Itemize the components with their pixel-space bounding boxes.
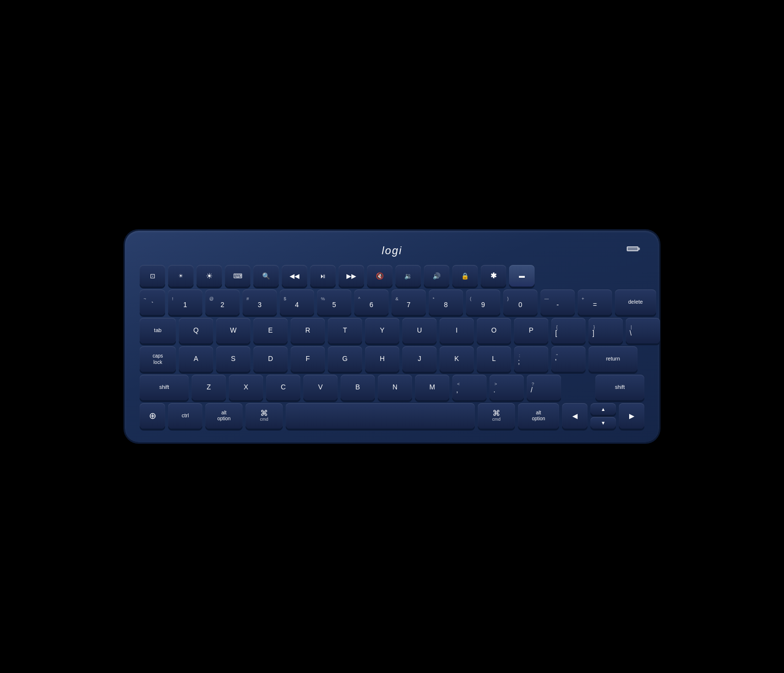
arrow-up-icon: ▲: [601, 407, 606, 412]
key-cmd-right[interactable]: ⌘ cmd: [478, 403, 515, 429]
key-w[interactable]: W: [216, 318, 250, 343]
key-delete[interactable]: delete: [615, 289, 656, 315]
percent: %: [321, 297, 325, 301]
char-u: U: [417, 327, 422, 334]
key-equals[interactable]: + =: [578, 289, 612, 315]
key-minus[interactable]: — -: [540, 289, 575, 315]
key-home[interactable]: ⊡: [140, 265, 165, 287]
key-4[interactable]: $ 4: [280, 289, 314, 315]
key-p[interactable]: P: [514, 318, 548, 343]
bottom-row: ⊕ ctrl alt option ⌘ cmd ⌘ cmd: [140, 403, 644, 429]
key-keyboard[interactable]: ⌨: [225, 265, 250, 287]
num-4: 4: [295, 301, 299, 308]
key-brightness-up[interactable]: ☀: [196, 265, 222, 287]
key-tab[interactable]: tab: [140, 318, 176, 343]
key-m[interactable]: M: [415, 375, 449, 400]
key-b[interactable]: B: [341, 375, 375, 400]
key-mute[interactable]: 🔇: [367, 265, 392, 287]
key-d[interactable]: D: [253, 346, 288, 372]
key-backslash[interactable]: | \: [626, 318, 660, 343]
key-x[interactable]: X: [229, 375, 263, 400]
key-play-pause[interactable]: ⏯: [310, 265, 336, 287]
shift-left-label: shift: [159, 384, 169, 390]
key-globe[interactable]: ⊕: [140, 403, 165, 429]
key-o[interactable]: O: [477, 318, 511, 343]
key-caps-lock[interactable]: caps lock: [140, 346, 176, 372]
key-c[interactable]: C: [266, 375, 300, 400]
key-vol-up[interactable]: 🔊: [424, 265, 449, 287]
globe-icon: ⊕: [149, 410, 156, 421]
key-n[interactable]: N: [378, 375, 412, 400]
key-arrow-right[interactable]: ▶: [619, 403, 644, 429]
delete-label: delete: [628, 299, 643, 305]
char-t: T: [343, 327, 347, 334]
key-s[interactable]: S: [216, 346, 250, 372]
key-g[interactable]: G: [328, 346, 362, 372]
key-0[interactable]: ) 0: [503, 289, 538, 315]
key-vol-down[interactable]: 🔉: [395, 265, 421, 287]
key-rewind[interactable]: ◀◀: [282, 265, 307, 287]
key-close-bracket[interactable]: } ]: [588, 318, 623, 343]
key-u[interactable]: U: [402, 318, 437, 343]
caret: ^: [358, 297, 360, 301]
key-2[interactable]: @ 2: [205, 289, 240, 315]
key-i[interactable]: I: [440, 318, 474, 343]
key-lock[interactable]: 🔒: [452, 265, 478, 287]
bluetooth-icon: ✱: [490, 271, 497, 280]
key-shift-right[interactable]: shift: [595, 375, 644, 400]
key-7[interactable]: & 7: [392, 289, 426, 315]
key-f[interactable]: F: [291, 346, 325, 372]
key-q[interactable]: Q: [179, 318, 213, 343]
char-l: L: [492, 355, 496, 362]
key-e[interactable]: E: [253, 318, 288, 343]
key-ctrl[interactable]: ctrl: [168, 403, 202, 429]
key-semicolon[interactable]: : ;: [514, 346, 548, 372]
key-open-bracket[interactable]: { [: [551, 318, 586, 343]
key-v[interactable]: V: [303, 375, 338, 400]
return-label: return: [606, 356, 620, 362]
key-quote[interactable]: " ': [551, 346, 586, 372]
key-tilde[interactable]: ~ `: [140, 289, 165, 315]
key-z[interactable]: Z: [192, 375, 226, 400]
key-3[interactable]: # 3: [243, 289, 277, 315]
key-5[interactable]: % 5: [317, 289, 351, 315]
key-shift-left[interactable]: shift: [140, 375, 189, 400]
key-power[interactable]: ▬: [509, 265, 535, 287]
semicolon: ;: [518, 358, 520, 365]
key-cmd-left[interactable]: ⌘ cmd: [245, 403, 283, 429]
key-alt-left[interactable]: alt option: [205, 403, 243, 429]
key-9[interactable]: ( 9: [466, 289, 500, 315]
key-1[interactable]: ! 1: [168, 289, 202, 315]
key-search[interactable]: 🔍: [253, 265, 279, 287]
key-return[interactable]: return: [588, 346, 637, 372]
key-8[interactable]: * 8: [429, 289, 463, 315]
key-6[interactable]: ^ 6: [354, 289, 389, 315]
key-alt-right[interactable]: alt option: [518, 403, 559, 429]
key-arrow-up[interactable]: ▲: [590, 403, 616, 415]
key-arrow-left[interactable]: ◀: [562, 403, 588, 429]
num-3: 3: [258, 301, 262, 308]
char-z: Z: [207, 384, 211, 391]
key-h[interactable]: H: [365, 346, 399, 372]
key-k[interactable]: K: [440, 346, 474, 372]
mute-icon: 🔇: [376, 272, 384, 280]
key-fast-forward[interactable]: ▶▶: [339, 265, 364, 287]
tab-label: tab: [154, 327, 161, 334]
key-bluetooth[interactable]: ✱: [481, 265, 506, 287]
key-comma[interactable]: < ,: [452, 375, 487, 400]
tilde-top: ~: [144, 297, 146, 301]
alt-right-line1: alt: [536, 410, 541, 416]
key-y[interactable]: Y: [365, 318, 399, 343]
brightness-down-icon: ☀: [178, 273, 183, 279]
char-s: S: [231, 355, 235, 362]
key-r[interactable]: R: [291, 318, 325, 343]
key-brightness-down[interactable]: ☀: [168, 265, 194, 287]
key-t[interactable]: T: [328, 318, 362, 343]
key-period[interactable]: > .: [490, 375, 524, 400]
key-l[interactable]: L: [477, 346, 511, 372]
key-arrow-down[interactable]: ▼: [590, 417, 616, 429]
key-space[interactable]: [286, 403, 475, 429]
key-slash[interactable]: ? /: [527, 375, 561, 400]
key-j[interactable]: J: [402, 346, 437, 372]
key-a[interactable]: A: [179, 346, 213, 372]
